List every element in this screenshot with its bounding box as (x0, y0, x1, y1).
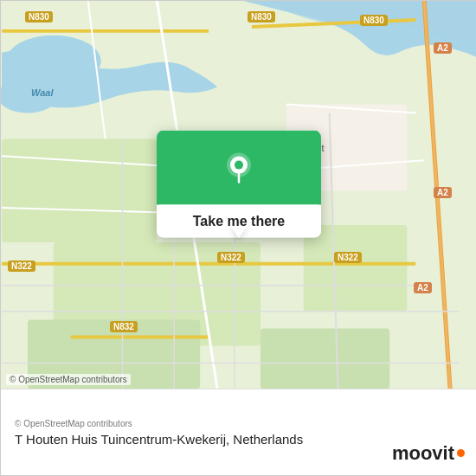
road-label-n830-3: N830 (360, 15, 388, 26)
map-attribution: © OpenStreetMap contributors (6, 374, 131, 385)
bottom-bar: © OpenStreetMap contributors T Houten Hu… (1, 389, 476, 475)
road-label-a2-3: A2 (414, 282, 432, 293)
svg-point-32 (235, 161, 243, 170)
moovit-dot (457, 449, 465, 457)
map-view: drut N830 N830 N830 A2 A2 A2 N322 N322 N… (1, 1, 476, 389)
road-label-n322-2: N322 (334, 252, 362, 263)
road-label-n830-2: N830 (248, 11, 275, 23)
popup-top (157, 131, 321, 205)
location-pin-icon (220, 150, 258, 188)
attribution-text: © OpenStreetMap contributors (15, 419, 463, 428)
app-container: drut N830 N830 N830 A2 A2 A2 N322 N322 N… (0, 0, 476, 476)
popup-tail (230, 226, 248, 238)
svg-rect-5 (304, 225, 408, 312)
road-label-a2-2: A2 (434, 187, 452, 198)
moovit-text: moovit (392, 442, 454, 465)
svg-rect-7 (261, 329, 389, 389)
waal-label: Waal (31, 87, 53, 98)
road-label-n830-1: N830 (25, 11, 53, 23)
road-label-n832: N832 (110, 321, 138, 332)
road-label-n322-1: N322 (217, 252, 245, 263)
svg-rect-3 (2, 138, 157, 242)
road-label-a2-1: A2 (434, 42, 452, 54)
road-label-n322-3: N322 (8, 261, 35, 272)
moovit-logo: moovit (392, 442, 465, 465)
popup-card: Take me there (157, 131, 321, 238)
